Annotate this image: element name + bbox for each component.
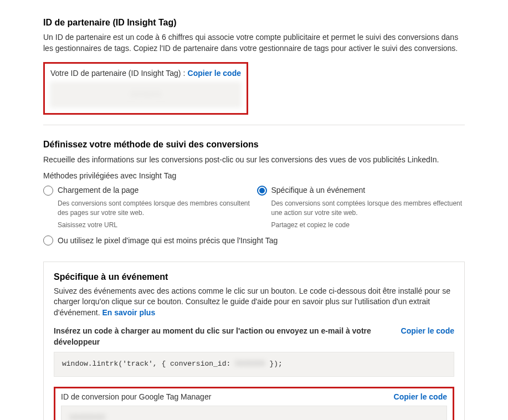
page-load-instr: Saisissez votre URL bbox=[58, 221, 252, 230]
tracking-method-options: Chargement de la page Des conversions so… bbox=[43, 185, 465, 230]
gtm-id-label: ID de conversion pour Google Tag Manager bbox=[61, 392, 211, 403]
tracking-method-desc: Recueille des informations sur les conve… bbox=[43, 155, 465, 166]
event-code-hidden: XXXXXXX bbox=[235, 359, 265, 369]
copy-event-code-link[interactable]: Copier le code bbox=[401, 326, 454, 337]
event-panel-desc: Suivez des événements avec des actions c… bbox=[54, 286, 454, 319]
page-load-radio[interactable] bbox=[43, 186, 53, 196]
partner-id-label: Votre ID de partenaire (ID Insight Tag) … bbox=[50, 68, 185, 79]
tracking-method-title: Définissez votre méthode de suivi des co… bbox=[43, 139, 465, 151]
image-pixel-option: Ou utilisez le pixel d'image qui est moi… bbox=[43, 235, 465, 247]
event-code-block[interactable]: window.lintrk('track', { conversion_id: … bbox=[54, 352, 454, 376]
tracking-method-section: Définissez votre méthode de suivi des co… bbox=[43, 139, 465, 246]
insert-code-label: Insérez un code à charger au moment du c… bbox=[54, 326, 401, 347]
page-load-option: Chargement de la page Des conversions so… bbox=[43, 185, 252, 230]
partner-id-value-box[interactable]: XXXXXX bbox=[50, 82, 241, 107]
partner-id-value: XXXXXX bbox=[130, 89, 161, 100]
event-specific-instr: Partagez et copiez le code bbox=[271, 221, 465, 230]
learn-more-link[interactable]: En savoir plus bbox=[102, 308, 156, 317]
gtm-id-highlight-box: ID de conversion pour Google Tag Manager… bbox=[54, 387, 454, 420]
page-load-desc: Des conversions sont comptées lorsque de… bbox=[58, 199, 252, 217]
event-code-post: }); bbox=[265, 360, 283, 368]
event-specific-panel: Spécifique à un événement Suivez des évé… bbox=[43, 262, 465, 420]
gtm-id-value: XXXXXXX bbox=[69, 412, 105, 420]
event-specific-label[interactable]: Spécifique à un événement bbox=[271, 185, 366, 196]
event-specific-option: Spécifique à un événement Des conversion… bbox=[257, 185, 465, 230]
event-specific-radio[interactable] bbox=[257, 186, 267, 196]
section-divider bbox=[43, 125, 465, 125]
partner-id-title: ID de partenaire (ID Insight Tag) bbox=[43, 17, 465, 29]
image-pixel-label[interactable]: Ou utilisez le pixel d'image qui est moi… bbox=[58, 235, 278, 247]
event-specific-desc: Des conversions sont comptées lorsque de… bbox=[271, 199, 465, 217]
image-pixel-radio[interactable] bbox=[43, 235, 53, 245]
gtm-id-value-box[interactable]: XXXXXXX bbox=[61, 406, 447, 420]
copy-gtm-id-link[interactable]: Copier le code bbox=[394, 392, 447, 403]
preferred-methods-label: Méthodes privilégiées avec Insight Tag bbox=[43, 171, 465, 182]
event-code-pre: window.lintrk('track', { conversion_id: bbox=[62, 360, 235, 368]
partner-id-highlight-box: Votre ID de partenaire (ID Insight Tag) … bbox=[43, 62, 248, 115]
copy-partner-id-link[interactable]: Copier le code bbox=[188, 68, 241, 79]
event-panel-title: Spécifique à un événement bbox=[54, 271, 454, 283]
partner-id-desc: Un ID de partenaire est un code à 6 chif… bbox=[43, 32, 465, 54]
page-load-label[interactable]: Chargement de la page bbox=[58, 185, 138, 196]
partner-id-section: ID de partenaire (ID Insight Tag) Un ID … bbox=[43, 17, 465, 115]
